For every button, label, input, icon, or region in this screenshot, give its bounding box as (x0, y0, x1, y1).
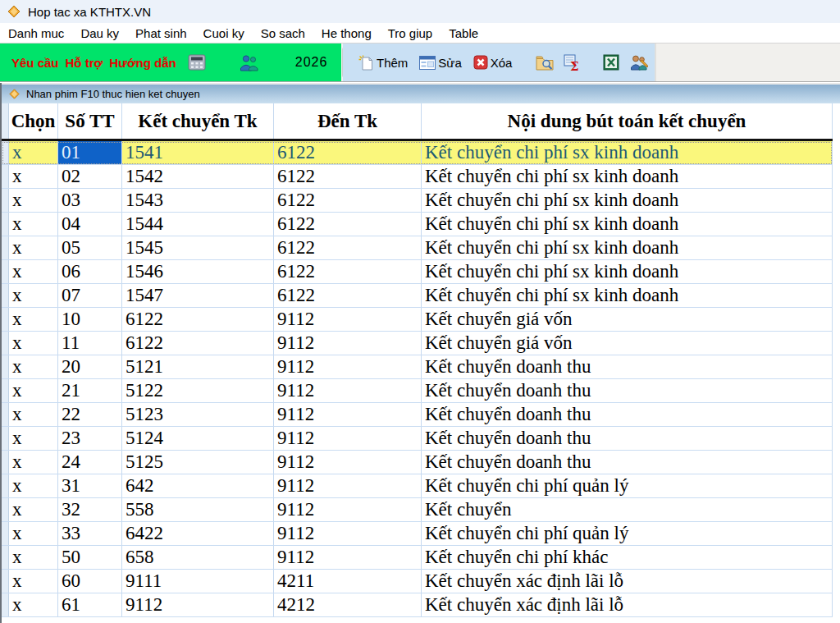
cell-den-tk[interactable]: 9112 (274, 498, 422, 521)
year-display[interactable]: 2026 (287, 55, 336, 70)
cell-noi-dung[interactable]: Kết chuyển doanh thu (422, 379, 833, 402)
cell-so-tt[interactable]: 23 (58, 427, 122, 450)
column-header-so-tt[interactable]: Số TT (58, 103, 122, 139)
cell-chon[interactable]: x (9, 498, 58, 521)
cell-ket-chuyen-tk[interactable]: 5122 (122, 379, 274, 402)
cell-chon[interactable]: x (9, 141, 58, 164)
sua-button[interactable]: Sửa (413, 52, 467, 74)
cell-so-tt[interactable]: 32 (58, 498, 122, 521)
cell-ket-chuyen-tk[interactable]: 9111 (122, 570, 274, 593)
cell-ket-chuyen-tk[interactable]: 1543 (122, 189, 274, 212)
yeu-cau-link[interactable]: Yêu cầu (11, 56, 59, 70)
cell-chon[interactable]: x (9, 546, 58, 569)
cell-ket-chuyen-tk[interactable]: 1544 (122, 213, 274, 236)
menu-item-cuoi-ky[interactable]: Cuoi ky (195, 25, 253, 42)
cell-noi-dung[interactable]: Kết chuyển giá vốn (422, 332, 833, 355)
cell-noi-dung[interactable]: Kết chuyển chi phí sx kinh doanh (422, 165, 833, 188)
cell-den-tk[interactable]: 6122 (274, 213, 422, 236)
cell-ket-chuyen-tk[interactable]: 5121 (122, 355, 274, 378)
cell-so-tt[interactable]: 33 (58, 522, 122, 545)
cell-den-tk[interactable]: 6122 (274, 236, 422, 259)
table-row[interactable]: x0515456122Kết chuyển chi phí sx kinh do… (2, 236, 833, 260)
cell-den-tk[interactable]: 9112 (274, 546, 422, 569)
cell-chon[interactable]: x (9, 284, 58, 307)
sum-button[interactable]: Σ (559, 50, 585, 75)
cell-noi-dung[interactable]: Kết chuyển giá vốn (422, 308, 833, 331)
user-edit-button[interactable] (624, 50, 653, 75)
cell-chon[interactable]: x (9, 522, 58, 545)
cell-chon[interactable]: x (9, 355, 58, 378)
table-row[interactable]: x2051219112Kết chuyển doanh thu (2, 355, 833, 379)
cell-chon[interactable]: x (9, 236, 58, 259)
cell-noi-dung[interactable]: Kết chuyển doanh thu (422, 427, 833, 450)
cell-ket-chuyen-tk[interactable]: 1547 (122, 284, 274, 307)
cell-ket-chuyen-tk[interactable]: 6122 (122, 332, 274, 355)
table-row[interactable]: x0415446122Kết chuyển chi phí sx kinh do… (2, 213, 833, 236)
cell-ket-chuyen-tk[interactable]: 1542 (122, 165, 274, 188)
table-row[interactable]: x3364229112Kết chuyển chi phí quản lý (2, 522, 833, 546)
table-row[interactable]: x1061229112Kết chuyển giá vốn (2, 308, 833, 332)
cell-den-tk[interactable]: 6122 (274, 260, 422, 283)
cell-noi-dung[interactable]: Kết chuyển chi phí sx kinh doanh (422, 260, 833, 283)
cell-den-tk[interactable]: 9112 (274, 474, 422, 497)
cell-so-tt[interactable]: 61 (58, 593, 122, 616)
cell-so-tt[interactable]: 60 (58, 570, 122, 593)
cell-chon[interactable]: x (9, 308, 58, 331)
cell-noi-dung[interactable]: Kết chuyển doanh thu (422, 355, 833, 378)
them-button[interactable]: Thêm (353, 51, 413, 75)
cell-so-tt[interactable]: 21 (58, 379, 122, 402)
cell-den-tk[interactable]: 6122 (274, 284, 422, 307)
cell-den-tk[interactable]: 9112 (274, 379, 422, 402)
cell-den-tk[interactable]: 4211 (274, 570, 422, 593)
cell-so-tt[interactable]: 03 (58, 189, 122, 212)
cell-den-tk[interactable]: 9112 (274, 332, 422, 355)
table-row[interactable]: x6191124212Kết chuyển xác định lãi lỗ (2, 593, 833, 617)
cell-chon[interactable]: x (9, 189, 58, 212)
menu-item-dau-ky[interactable]: Dau ky (72, 25, 127, 42)
cell-den-tk[interactable]: 6122 (274, 165, 422, 188)
cell-noi-dung[interactable]: Kết chuyển chi phí sx kinh doanh (422, 141, 833, 164)
cell-chon[interactable]: x (9, 451, 58, 474)
column-header-chon[interactable]: Chọn (9, 103, 58, 139)
cell-den-tk[interactable]: 9112 (274, 522, 422, 545)
table-row[interactable]: x2251239112Kết chuyển doanh thu (2, 403, 833, 427)
cell-ket-chuyen-tk[interactable]: 9112 (122, 593, 274, 616)
menu-item-so-sach[interactable]: So sach (253, 25, 313, 42)
cell-den-tk[interactable]: 9112 (274, 427, 422, 450)
cell-noi-dung[interactable]: Kết chuyển chi phí sx kinh doanh (422, 213, 833, 236)
ho-tro-link[interactable]: Hỗ trợ (66, 56, 103, 70)
cell-noi-dung[interactable]: Kết chuyển chi phí quản lý (422, 474, 833, 497)
cell-so-tt[interactable]: 06 (58, 260, 122, 283)
cell-so-tt[interactable]: 11 (58, 332, 122, 355)
cell-chon[interactable]: x (9, 332, 58, 355)
table-row[interactable]: x2451259112Kết chuyển doanh thu (2, 451, 833, 474)
cell-den-tk[interactable]: 9112 (274, 451, 422, 474)
table-row[interactable]: x1161229112Kết chuyển giá vốn (2, 332, 833, 355)
cell-den-tk[interactable]: 6122 (274, 189, 422, 212)
cell-noi-dung[interactable]: Kết chuyển chi phí sx kinh doanh (422, 236, 833, 259)
table-row[interactable]: x0715476122Kết chuyển chi phí sx kinh do… (2, 284, 833, 308)
menu-item-danh-muc[interactable]: Danh muc (0, 25, 72, 42)
cell-noi-dung[interactable]: Kết chuyển chi phí sx kinh doanh (422, 189, 833, 212)
folder-search-button[interactable] (531, 51, 559, 75)
cell-chon[interactable]: x (9, 260, 58, 283)
cell-so-tt[interactable]: 07 (58, 284, 122, 307)
table-row[interactable]: x2351249112Kết chuyển doanh thu (2, 427, 833, 451)
cell-chon[interactable]: x (9, 213, 58, 236)
cell-chon[interactable]: x (9, 403, 58, 426)
table-row[interactable]: x0215426122Kết chuyển chi phí sx kinh do… (2, 165, 833, 189)
cell-noi-dung[interactable]: Kết chuyển doanh thu (422, 403, 833, 426)
cell-so-tt[interactable]: 10 (58, 308, 122, 331)
cell-ket-chuyen-tk[interactable]: 5125 (122, 451, 274, 474)
cell-noi-dung[interactable]: Kết chuyển (422, 498, 833, 521)
column-header-ket-chuyen-tk[interactable]: Kết chuyển Tk (122, 103, 274, 139)
cell-ket-chuyen-tk[interactable]: 5124 (122, 427, 274, 450)
cell-den-tk[interactable]: 9112 (274, 403, 422, 426)
cell-ket-chuyen-tk[interactable]: 1545 (122, 236, 274, 259)
column-header-den-tk[interactable]: Đến Tk (274, 103, 422, 139)
cell-noi-dung[interactable]: Kết chuyển xác định lãi lỗ (422, 593, 833, 616)
cell-chon[interactable]: x (9, 165, 58, 188)
cell-so-tt[interactable]: 04 (58, 213, 122, 236)
cell-so-tt[interactable]: 05 (58, 236, 122, 259)
cell-so-tt[interactable]: 22 (58, 403, 122, 426)
